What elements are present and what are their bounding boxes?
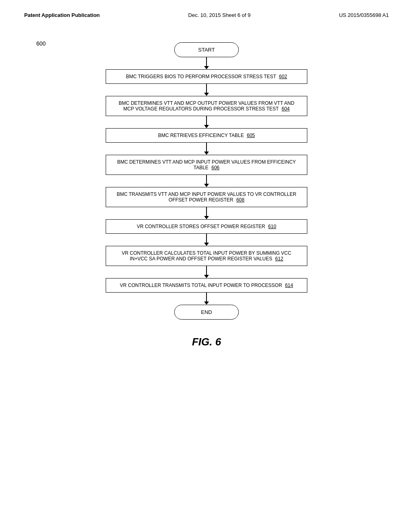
header-patent-number: US 2015/0355698 A1	[339, 12, 389, 18]
arrow-4	[204, 143, 209, 155]
step-604-box: BMC DETERMINES VTT AND MCP OUTPUT POWER …	[106, 96, 307, 116]
header-publication-label: Patent Application Publication	[24, 12, 100, 18]
start-node: START	[174, 42, 239, 57]
arrow-6	[204, 207, 209, 219]
step-614-box: VR CONTROLLER TRANSMITS TOTAL INPUT POWE…	[106, 278, 307, 293]
arrow-9	[204, 293, 209, 305]
arrow-7	[204, 234, 209, 246]
flowchart: START BMC TRIGGERS BIOS TO PERFORM PROCE…	[86, 42, 327, 320]
header-sheet-info: Dec. 10, 2015 Sheet 6 of 9	[188, 12, 251, 18]
arrow-8	[204, 266, 209, 278]
diagram-label: 600	[36, 40, 46, 47]
step-610-box: VR CONTROLLER STORES OFFSET POWER REGIST…	[106, 219, 307, 234]
page: Patent Application Publication Dec. 10, …	[0, 0, 413, 532]
figure-caption: FIG. 6	[192, 336, 221, 348]
arrow-1	[204, 57, 209, 69]
page-header: Patent Application Publication Dec. 10, …	[24, 12, 389, 18]
arrow-3	[204, 116, 209, 128]
step-608-box: BMC TRANSMITS VTT AND MCP INPUT POWER VA…	[106, 187, 307, 207]
arrow-2	[204, 84, 209, 96]
diagram-container: 600 START BMC TRIGGERS BIOS TO PERFORM P…	[24, 34, 389, 348]
arrow-5	[204, 175, 209, 187]
step-606-box: BMC DETERMINES VTT AND MCP INPUT POWER V…	[106, 155, 307, 175]
step-605-box: BMC RETRIEVES EFFICEINCY TABLE 605	[106, 128, 307, 143]
end-node: END	[174, 305, 239, 320]
step-602-box: BMC TRIGGERS BIOS TO PERFORM PROCESSOR S…	[106, 69, 307, 84]
step-612-box: VR CONTROLLER CALCULATES TOTAL INPUT POW…	[106, 246, 307, 266]
